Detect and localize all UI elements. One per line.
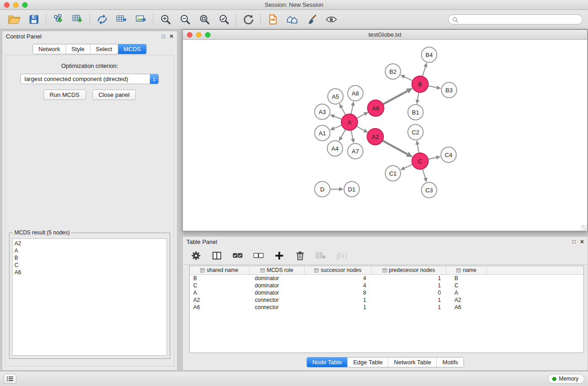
tab-node-table[interactable]: Node Table xyxy=(307,357,348,367)
node-B1[interactable]: B1 xyxy=(408,105,423,120)
delete-table-button[interactable] xyxy=(315,249,327,262)
node-B4[interactable]: B4 xyxy=(421,47,437,62)
table-cell[interactable]: 1 xyxy=(372,282,446,289)
function-builder-button[interactable]: f(x) xyxy=(336,249,348,262)
node-C3[interactable]: C3 xyxy=(421,182,437,198)
float-panel-icon[interactable]: □ xyxy=(573,238,576,245)
table-cell[interactable]: C xyxy=(446,282,487,289)
column-header[interactable]: MCDS role xyxy=(249,266,305,274)
close-panel-button[interactable]: Close panel xyxy=(92,90,136,100)
network-snapshot-button[interactable] xyxy=(263,12,282,27)
column-header[interactable]: successor nodes xyxy=(305,266,372,274)
edge-C-C3[interactable] xyxy=(422,169,425,178)
tab-motifs[interactable]: Motifs xyxy=(437,357,464,367)
edge-B-B1[interactable] xyxy=(417,92,419,100)
edge-A-A2[interactable] xyxy=(357,126,364,130)
table-cell[interactable]: 0 xyxy=(372,289,446,296)
edge-A-A3[interactable] xyxy=(334,116,342,119)
table-cell[interactable]: A2 xyxy=(190,296,249,304)
node-C2[interactable]: C2 xyxy=(408,124,423,140)
tab-network-table[interactable]: Network Table xyxy=(388,357,437,367)
zoom-out-button[interactable] xyxy=(175,12,195,27)
table-cell[interactable]: 1 xyxy=(372,304,446,311)
edge-A-A8[interactable] xyxy=(351,105,353,114)
node-C[interactable]: C xyxy=(412,153,428,169)
table-row[interactable]: A2connector11A2 xyxy=(190,296,583,304)
table-cell[interactable]: A xyxy=(446,289,487,296)
edge-A-A4[interactable] xyxy=(341,129,346,138)
node-D1[interactable]: D1 xyxy=(344,181,359,197)
network-window-titlebar[interactable]: testGlobe.txt xyxy=(183,30,587,40)
minimize-window-button[interactable] xyxy=(196,32,201,38)
node-B[interactable]: B xyxy=(412,76,428,92)
column-header[interactable]: name xyxy=(446,266,487,274)
edge-C-C2[interactable] xyxy=(417,145,419,153)
open-session-button[interactable] xyxy=(5,12,24,27)
result-item[interactable]: A6 xyxy=(14,269,165,276)
table-cell[interactable]: 4 xyxy=(305,275,372,282)
node-B3[interactable]: B3 xyxy=(441,82,457,98)
edge-A6-B[interactable] xyxy=(383,91,407,104)
tab-edge-table[interactable]: Edge Table xyxy=(348,357,388,367)
network-view[interactable]: B4B2BB3A5A8A6A3B1AC2A1A2A4A7C4CC1C3DD1 xyxy=(183,40,587,231)
edge-B-B2[interactable] xyxy=(404,77,412,81)
zoom-in-button[interactable] xyxy=(156,12,175,27)
table-row[interactable]: A6connector11A6 xyxy=(190,304,583,311)
import-table-button[interactable] xyxy=(68,12,87,27)
edge-B-B4[interactable] xyxy=(422,67,425,76)
edge-A2-C[interactable] xyxy=(382,141,407,154)
table-cell[interactable]: A6 xyxy=(190,304,249,311)
table-row[interactable]: Cdominator41C xyxy=(190,282,583,289)
node-A4[interactable]: A4 xyxy=(327,141,343,156)
node-A7[interactable]: A7 xyxy=(348,143,363,159)
table-cell[interactable]: A xyxy=(190,289,249,296)
node-A[interactable]: A xyxy=(341,114,358,130)
zoom-window-button[interactable] xyxy=(22,2,28,8)
zoom-window-button[interactable] xyxy=(205,32,210,38)
edge-A-A6[interactable] xyxy=(357,114,364,118)
node-A1[interactable]: A1 xyxy=(315,125,330,141)
tab-select[interactable]: Select xyxy=(91,44,118,54)
export-table-button[interactable] xyxy=(112,12,131,27)
column-header[interactable]: shared name xyxy=(190,266,249,274)
delete-column-button[interactable] xyxy=(294,249,306,262)
criterion-dropdown[interactable]: largest connected component (directed) ▲… xyxy=(20,74,159,84)
table-cell[interactable]: dominator xyxy=(249,275,305,282)
unselect-all-columns-button[interactable] xyxy=(253,249,264,262)
close-panel-icon[interactable]: × xyxy=(170,33,173,40)
table-cell[interactable]: 1 xyxy=(305,296,372,304)
table-cell[interactable]: 1 xyxy=(372,296,446,304)
table-row[interactable]: Bdominator41B xyxy=(190,275,583,282)
table-cell[interactable]: A6 xyxy=(446,304,487,311)
table-cell[interactable]: 1 xyxy=(305,304,372,311)
show-hide-button[interactable] xyxy=(321,12,341,27)
table-cell[interactable]: 8 xyxy=(305,289,372,296)
column-header[interactable]: predecessor nodes xyxy=(372,266,446,274)
node-A5[interactable]: A5 xyxy=(328,89,343,104)
tab-mcds[interactable]: MCDS xyxy=(118,44,146,54)
table-cell[interactable]: A2 xyxy=(446,296,487,304)
table-cell[interactable]: dominator xyxy=(249,282,305,289)
close-panel-icon[interactable]: × xyxy=(580,238,584,245)
save-session-button[interactable] xyxy=(24,12,43,27)
export-network-button[interactable] xyxy=(92,12,112,27)
node-A8[interactable]: A8 xyxy=(348,86,363,101)
table-cell[interactable]: C xyxy=(190,282,249,289)
tab-network[interactable]: Network xyxy=(33,44,66,54)
apply-layout-button[interactable] xyxy=(239,12,258,27)
zoom-selected-button[interactable] xyxy=(214,12,234,27)
table-cell[interactable]: connector xyxy=(249,296,305,304)
table-cell[interactable]: dominator xyxy=(249,289,305,296)
show-columns-button[interactable] xyxy=(211,249,223,262)
node-A2[interactable]: A2 xyxy=(367,129,383,145)
close-window-button[interactable] xyxy=(4,2,10,8)
memory-button[interactable]: Memory xyxy=(548,374,584,384)
search-input[interactable] xyxy=(461,16,578,23)
result-item[interactable]: A xyxy=(14,247,165,254)
dropdown-stepper-icon[interactable]: ▲▼ xyxy=(150,74,158,84)
edge-C-C4[interactable] xyxy=(428,157,436,159)
node-D[interactable]: D xyxy=(315,181,330,197)
node-C1[interactable]: C1 xyxy=(385,166,401,181)
node-A3[interactable]: A3 xyxy=(315,104,330,119)
global-search-field[interactable] xyxy=(448,14,583,24)
